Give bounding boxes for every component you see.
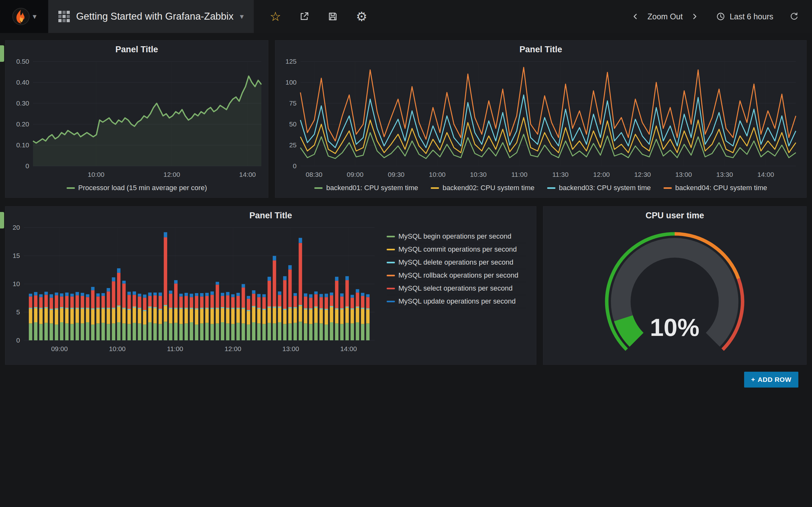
legend-item[interactable]: MySQL commit operations per second [387,243,525,256]
graph-legend: Processor load (15 min average per core) [5,181,268,195]
svg-text:12:30: 12:30 [634,171,651,178]
time-range-picker[interactable]: Last 6 hours [716,12,773,21]
zoom-out-button[interactable]: Zoom Out [647,12,682,21]
svg-text:0: 0 [16,337,20,344]
svg-text:0.50: 0.50 [16,58,29,65]
gauge-value: 10% [650,314,699,341]
svg-text:11:00: 11:00 [511,171,527,178]
legend-color-dash [387,249,395,250]
dashboard-caret-icon: ▾ [240,13,244,20]
legend-item[interactable]: backend01: CPU system time [314,184,418,192]
legend-item[interactable]: backend03: CPU system time [547,184,651,192]
legend-color-dash [664,187,672,189]
svg-text:100: 100 [286,78,297,86]
chevron-right-icon [691,13,698,20]
legend-item[interactable]: MySQL select operations per second [387,282,525,295]
legend-item[interactable]: Processor load (15 min average per core) [67,184,207,192]
svg-text:09:30: 09:30 [388,171,405,178]
grafana-logo-button[interactable]: ▾ [0,0,48,33]
panel-cpu-user-time-gauge: CPU user time 10% [543,206,807,365]
legend-label: MySQL delete operations per second [398,258,513,267]
dashboard-grid: Panel Title 10:0012:0014:0000.100.200.30… [0,33,812,388]
dashboard-actions: ☆ ⚙ [270,0,367,33]
svg-text:10:00: 10:00 [109,345,125,352]
row-menu-tab[interactable] [0,212,4,228]
time-range-label: Last 6 hours [729,12,773,21]
svg-text:10:30: 10:30 [470,171,487,178]
svg-text:10: 10 [13,280,20,287]
legend-item[interactable]: MySQL delete operations per second [387,256,525,269]
time-shift-back-button[interactable] [632,13,639,20]
svg-text:13:30: 13:30 [716,171,733,178]
svg-text:25: 25 [289,141,297,149]
svg-text:75: 75 [289,100,297,107]
dashboard-grid-icon [58,11,70,22]
dashboard-settings-button[interactable]: ⚙ [356,10,367,23]
svg-text:12:00: 12:00 [163,171,180,178]
legend-color-dash [431,187,439,189]
legend-item[interactable]: backend04: CPU system time [664,184,767,192]
time-shift-forward-button[interactable] [691,13,698,20]
legend-color-dash [67,187,75,189]
dashboard-row: Panel Title 10:0012:0014:0000.100.200.30… [5,40,807,198]
clock-icon [716,12,725,21]
top-navbar: ▾ Getting Started with Grafana-Zabbix ▾ … [0,0,812,33]
mysql-operations-graph[interactable]: 09:0010:0011:0012:0013:0014:0005101520 [8,222,379,364]
dashboard-picker[interactable]: Getting Started with Grafana-Zabbix ▾ [48,0,254,33]
row-menu-tab[interactable] [0,45,4,62]
svg-text:11:00: 11:00 [167,345,183,352]
add-row-bar: + ADD ROW [5,365,807,388]
legend-label: MySQL rollback operations per second [398,271,518,279]
share-icon [299,11,310,22]
add-row-label: ADD ROW [758,376,792,383]
svg-text:15: 15 [13,252,20,259]
legend-item[interactable]: MySQL begin operations per second [387,230,525,243]
svg-text:5: 5 [16,308,20,316]
legend-item[interactable]: backend02: CPU system time [431,184,535,192]
save-icon [327,11,338,22]
legend-color-dash [547,187,555,189]
processor-load-graph[interactable]: 10:0012:0014:0000.100.200.300.400.50 [5,56,268,181]
legend-item[interactable]: MySQL rollback operations per second [387,269,525,282]
gear-icon: ⚙ [356,10,367,23]
svg-text:14:00: 14:00 [340,345,357,352]
svg-text:50: 50 [289,120,297,128]
share-dashboard-button[interactable] [299,11,310,22]
panel-title[interactable]: Panel Title [5,41,268,56]
legend-label: backend03: CPU system time [559,184,651,192]
sidemenu-caret-icon: ▾ [33,13,37,20]
save-dashboard-button[interactable] [327,11,338,22]
legend-item[interactable]: MySQL update operations per second [387,295,525,308]
svg-text:13:00: 13:00 [282,345,299,352]
panel-title[interactable]: CPU user time [543,207,806,222]
cpu-user-time-gauge[interactable]: 10% [543,222,806,365]
legend-label: backend02: CPU system time [443,184,535,192]
add-row-button[interactable]: + ADD ROW [744,372,798,388]
legend-color-dash [387,288,395,289]
svg-text:0.30: 0.30 [16,100,29,107]
time-controls: Zoom Out Last 6 hours [632,0,812,33]
graph-legend: MySQL begin operations per secondMySQL c… [379,222,528,364]
svg-text:125: 125 [286,58,297,65]
legend-label: MySQL update operations per second [398,297,516,305]
legend-label: backend04: CPU system time [675,184,767,192]
svg-text:14:00: 14:00 [239,171,256,178]
legend-color-dash [387,236,395,237]
star-dashboard-button[interactable]: ☆ [270,10,281,23]
refresh-button[interactable] [790,12,799,21]
svg-text:0.40: 0.40 [16,78,29,86]
dashboard-title: Getting Started with Grafana-Zabbix [76,11,234,22]
cpu-system-time-graph[interactable]: 08:3009:0009:3010:0010:3011:0011:3012:00… [275,56,806,181]
graph-legend: backend01: CPU system timebackend02: CPU… [275,181,806,195]
panel-title[interactable]: Panel Title [5,207,536,222]
svg-text:09:00: 09:00 [347,171,363,178]
legend-color-dash [314,187,322,189]
legend-label: Processor load (15 min average per core) [78,184,207,192]
svg-text:0.20: 0.20 [16,120,29,128]
panel-mysql-operations: Panel Title 09:0010:0011:0012:0013:0014:… [5,206,537,365]
star-icon: ☆ [270,10,281,23]
svg-text:09:00: 09:00 [51,345,68,352]
panel-title[interactable]: Panel Title [275,41,806,56]
svg-text:0: 0 [26,162,29,170]
svg-text:20: 20 [13,224,20,231]
